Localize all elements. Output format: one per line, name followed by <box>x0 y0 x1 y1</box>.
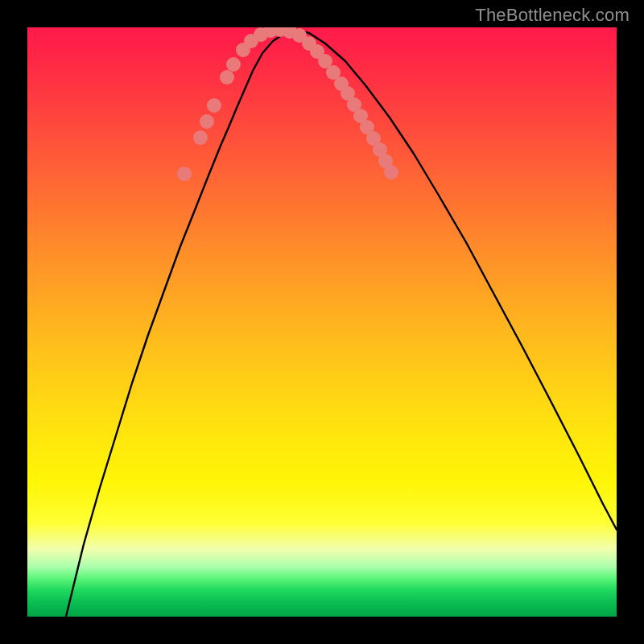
chart-svg <box>27 27 617 617</box>
curve-marker <box>177 167 192 181</box>
curve-marker <box>220 70 234 85</box>
curve-marker <box>193 130 208 145</box>
curve-marker <box>384 165 398 180</box>
curve-marker <box>200 114 214 129</box>
highlight-dots <box>177 27 398 181</box>
attribution-text: TheBottleneck.com <box>475 5 630 26</box>
plot-area <box>27 27 617 617</box>
bottleneck-curve <box>66 31 617 617</box>
curve-marker <box>226 57 241 72</box>
curve-marker <box>207 98 221 113</box>
